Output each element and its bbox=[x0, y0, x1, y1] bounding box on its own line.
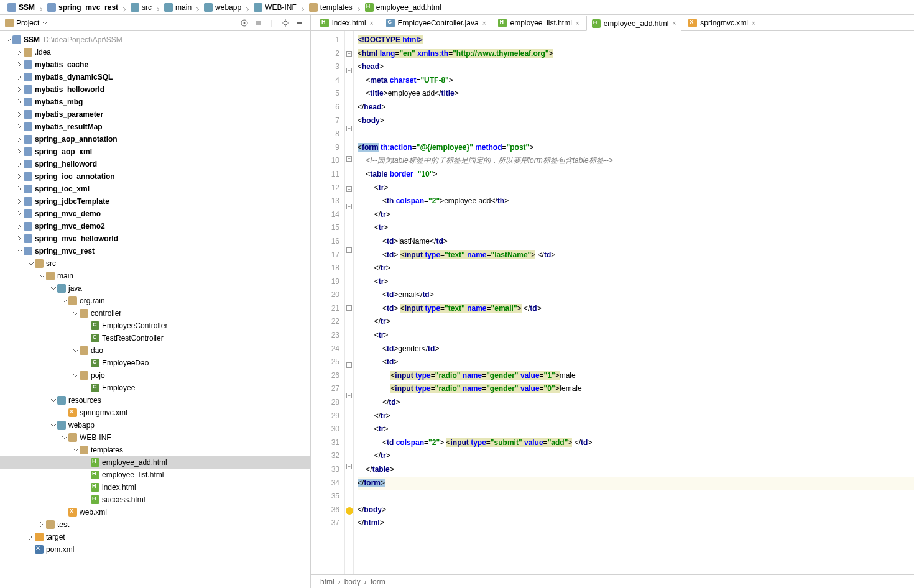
code-line[interactable]: <th colspan="2">employee add</th> bbox=[358, 195, 914, 208]
code-line[interactable]: <td colspan="2"> <input type="submit" va… bbox=[358, 436, 914, 450]
fold-toggle[interactable]: − bbox=[346, 126, 352, 131]
line-number[interactable]: 24 bbox=[311, 342, 339, 356]
code-line[interactable]: <!DOCTYPE html> bbox=[358, 34, 914, 47]
tree-node[interactable]: webapp bbox=[0, 419, 310, 431]
project-label[interactable]: Project bbox=[16, 19, 39, 27]
status-crumb[interactable]: body bbox=[344, 577, 361, 586]
code-line[interactable]: <tr> bbox=[358, 329, 914, 342]
tree-node[interactable]: SSMD:\ideaPorject\Apr\SSM bbox=[0, 34, 310, 46]
locate-button[interactable] bbox=[238, 17, 251, 29]
fold-toggle[interactable]: − bbox=[346, 156, 352, 162]
code-line[interactable]: <title>employee add</title> bbox=[358, 87, 914, 101]
code-line[interactable]: </html> bbox=[358, 517, 914, 530]
tree-node[interactable]: mybatis_dynamicSQL bbox=[0, 71, 310, 83]
code-line[interactable]: <td>email</td> bbox=[358, 288, 914, 302]
tree-node[interactable]: org.rain bbox=[0, 295, 310, 307]
tree-node[interactable]: spring_helloword bbox=[0, 158, 310, 170]
line-number[interactable]: 7 bbox=[311, 114, 339, 128]
line-gutter[interactable]: 1234567891011121314151617181920212223242… bbox=[311, 31, 345, 574]
editor-tab[interactable]: employee_add.html× bbox=[586, 16, 682, 31]
tree-node[interactable]: spring_aop_annotation bbox=[0, 133, 310, 145]
tree-node[interactable]: controller bbox=[0, 307, 310, 319]
line-number[interactable]: 30 bbox=[311, 423, 339, 436]
code-line[interactable]: <tr> bbox=[358, 423, 914, 436]
tree-node[interactable]: resources bbox=[0, 394, 310, 407]
breadcrumb-item[interactable]: templates bbox=[307, 0, 355, 14]
line-number[interactable]: 17 bbox=[311, 249, 339, 262]
tree-node[interactable]: mybatis_cache bbox=[0, 58, 310, 71]
tree-node[interactable]: mybatis_mbg bbox=[0, 96, 310, 108]
fold-toggle[interactable]: − bbox=[346, 68, 352, 73]
breadcrumb-item[interactable]: spring_mvc_rest bbox=[45, 0, 121, 14]
settings-button[interactable] bbox=[279, 17, 292, 29]
tree-node[interactable]: mybatis_parameter bbox=[0, 108, 310, 121]
tree-node[interactable]: spring_ioc_annotation bbox=[0, 170, 310, 183]
breadcrumb-item[interactable]: SSM bbox=[5, 0, 37, 14]
editor-tab[interactable]: index.html× bbox=[315, 15, 379, 30]
code-line[interactable]: <td> bbox=[358, 356, 914, 369]
tree-node[interactable]: java bbox=[0, 282, 310, 295]
code-line[interactable]: <html lang="en" xmlns:th="http://www.thy… bbox=[358, 47, 914, 61]
tree-node[interactable]: employee_add.html bbox=[0, 456, 310, 469]
code-line[interactable]: <meta charset="UTF-8"> bbox=[358, 74, 914, 88]
tree-node[interactable]: mybatis_helloworld bbox=[0, 83, 310, 96]
line-number[interactable]: 26 bbox=[311, 369, 339, 383]
line-number[interactable]: 33 bbox=[311, 463, 339, 477]
code-line[interactable] bbox=[358, 490, 914, 503]
code-line[interactable]: </table> bbox=[358, 463, 914, 477]
fold-column[interactable]: −−−−−−−−−−− bbox=[345, 31, 354, 574]
tree-node[interactable]: .idea bbox=[0, 46, 310, 58]
status-crumb[interactable]: html bbox=[320, 577, 335, 586]
line-number[interactable]: 27 bbox=[311, 382, 339, 396]
tree-node[interactable]: spring_mvc_rest bbox=[0, 245, 310, 257]
tree-node[interactable]: spring_mvc_demo2 bbox=[0, 220, 310, 232]
code-line[interactable]: <input type="radio" name="gender" value=… bbox=[358, 382, 914, 396]
tree-node[interactable]: Employee bbox=[0, 382, 310, 394]
line-number[interactable]: 10 bbox=[311, 154, 339, 168]
tree-node[interactable]: mybatis_resultMap bbox=[0, 121, 310, 133]
line-number[interactable]: 22 bbox=[311, 315, 339, 329]
code-line[interactable] bbox=[358, 127, 914, 141]
line-number[interactable]: 3 bbox=[311, 60, 339, 74]
tree-node[interactable]: TestRestController bbox=[0, 332, 310, 344]
line-number[interactable]: 4 bbox=[311, 74, 339, 88]
status-crumb[interactable]: form bbox=[371, 577, 385, 586]
line-number[interactable]: 31 bbox=[311, 436, 339, 450]
chevron-down-icon[interactable] bbox=[42, 20, 48, 26]
fold-toggle[interactable]: − bbox=[346, 247, 352, 253]
line-number[interactable]: 12 bbox=[311, 181, 339, 195]
tree-node[interactable]: EmployeeDao bbox=[0, 357, 310, 369]
tree-node[interactable]: target bbox=[0, 531, 310, 543]
close-tab-icon[interactable]: × bbox=[672, 20, 676, 27]
line-number[interactable]: 36 bbox=[311, 503, 339, 517]
fold-toggle[interactable]: − bbox=[346, 186, 352, 192]
breadcrumb-item[interactable]: webapp bbox=[201, 0, 244, 14]
line-number[interactable]: 28 bbox=[311, 396, 339, 410]
code-line[interactable]: </tr> bbox=[358, 315, 914, 329]
code-line[interactable]: <tr> bbox=[358, 221, 914, 235]
tree-node[interactable]: main bbox=[0, 270, 310, 282]
hide-button[interactable] bbox=[293, 17, 305, 29]
line-number[interactable]: 19 bbox=[311, 275, 339, 289]
expand-all-button[interactable] bbox=[252, 17, 264, 29]
code-line[interactable]: <head> bbox=[358, 60, 914, 74]
line-number[interactable]: 6 bbox=[311, 101, 339, 114]
tree-node[interactable]: test bbox=[0, 518, 310, 531]
code-line[interactable]: </head> bbox=[358, 101, 914, 114]
line-number[interactable]: 37 bbox=[311, 517, 339, 530]
code-line[interactable]: <tr> bbox=[358, 181, 914, 195]
code-line[interactable]: </tr> bbox=[358, 449, 914, 463]
close-tab-icon[interactable]: × bbox=[482, 20, 486, 27]
tree-node[interactable]: spring_mvc_demo bbox=[0, 208, 310, 220]
breadcrumb-item[interactable]: employee_add.html bbox=[362, 0, 444, 14]
code-line[interactable]: </td> bbox=[358, 396, 914, 410]
tree-node[interactable]: spring_aop_xml bbox=[0, 145, 310, 158]
line-number[interactable]: 15 bbox=[311, 221, 339, 235]
line-number[interactable]: 23 bbox=[311, 329, 339, 342]
breadcrumb-item[interactable]: main bbox=[162, 0, 194, 14]
code-line[interactable]: <form th:action="@{/employee}" method="p… bbox=[358, 141, 914, 155]
tree-node[interactable]: pom.xml bbox=[0, 543, 310, 556]
fold-toggle[interactable]: − bbox=[346, 305, 352, 311]
line-number[interactable]: 11 bbox=[311, 168, 339, 181]
fold-toggle[interactable]: − bbox=[346, 362, 352, 368]
